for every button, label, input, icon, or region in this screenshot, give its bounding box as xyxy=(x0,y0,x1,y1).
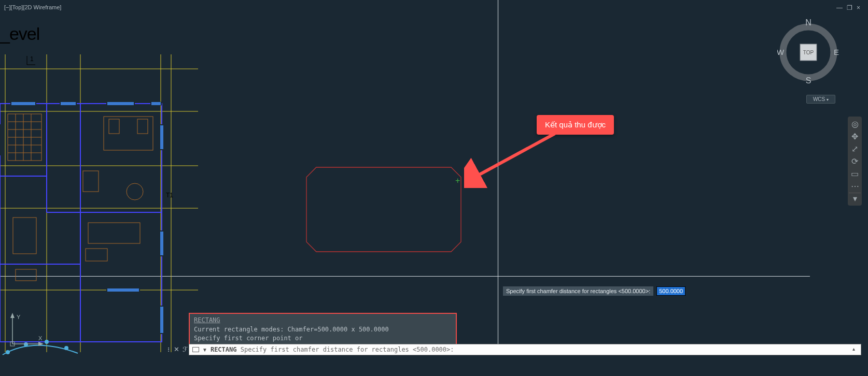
dynamic-input: Specify first chamfer distance for recta… xyxy=(503,286,685,296)
restore-button[interactable]: ❐ xyxy=(847,4,852,11)
svg-rect-44 xyxy=(137,119,148,134)
command-line[interactable]: ▼ RECTANG Specify first chamfer distance… xyxy=(189,344,861,355)
close-button[interactable]: × xyxy=(857,4,860,11)
marker-t1: T1 xyxy=(166,192,173,199)
cmdline-rect-icon xyxy=(192,347,199,352)
svg-point-51 xyxy=(6,351,9,354)
svg-text:S: S xyxy=(806,76,811,85)
svg-text:N: N xyxy=(805,18,811,27)
svg-point-53 xyxy=(45,340,48,343)
view-label[interactable]: [−][Top][2D Wireframe] xyxy=(4,4,61,10)
svg-marker-70 xyxy=(38,342,44,346)
cmdline-text: RECTANG Specify first chamfer distance f… xyxy=(211,346,454,353)
showhide-icon[interactable]: ▭ xyxy=(849,168,861,179)
chamfered-rectangle[interactable] xyxy=(306,167,461,252)
svg-line-59 xyxy=(472,134,555,179)
svg-text:Y: Y xyxy=(17,314,21,320)
cmdline-handle-icon[interactable]: ⫶ xyxy=(167,345,171,353)
svg-rect-47 xyxy=(88,223,140,243)
cmd-history-line2: Current rectangle modes: Chamfer=500.000… xyxy=(194,325,452,334)
svg-text:X: X xyxy=(38,335,43,341)
commandline-toggles: ⫶ ✕ ℱ xyxy=(167,345,188,353)
wcs-dropdown[interactable]: WCS ▾ xyxy=(806,95,835,104)
svg-text:E: E xyxy=(834,48,839,56)
svg-marker-69 xyxy=(10,313,15,318)
fullnav-wheel-icon[interactable]: ◎ xyxy=(849,118,861,129)
cmdline-dropdown-icon[interactable]: ▼ xyxy=(202,347,207,353)
svg-text:W: W xyxy=(777,48,785,56)
dynamic-input-value[interactable]: 500.0000 xyxy=(656,286,685,296)
dynamic-input-prompt: Specify first chamfer distance for recta… xyxy=(503,286,653,296)
pan-icon[interactable]: ✥ xyxy=(849,131,861,142)
cmdline-history-up-icon[interactable]: ▴ xyxy=(852,346,859,352)
svg-rect-48 xyxy=(13,218,36,254)
svg-rect-43 xyxy=(109,119,119,134)
nav-collapse-icon[interactable]: ▾ xyxy=(849,193,861,204)
svg-marker-58 xyxy=(306,167,461,252)
zoom-extents-icon[interactable]: ⤢ xyxy=(849,143,861,154)
cursor-cross-icon: + xyxy=(455,176,460,185)
cmdline-close-icon[interactable]: ✕ xyxy=(174,345,179,353)
cmdline-config-icon[interactable]: ℱ xyxy=(183,345,188,353)
svg-rect-49 xyxy=(16,269,36,281)
svg-text:TOP: TOP xyxy=(803,50,814,55)
annotation-arrow-icon xyxy=(464,131,568,188)
nav-more-icon[interactable]: ⋯ xyxy=(849,180,861,192)
svg-point-46 xyxy=(127,183,143,200)
navigation-bar: ◎ ✥ ⤢ ⟳ ▭ ⋯ ▾ xyxy=(848,117,862,206)
cmd-history-line1: RECTANG xyxy=(194,316,220,324)
orbit-icon[interactable]: ⟳ xyxy=(849,155,861,167)
svg-point-54 xyxy=(65,346,68,350)
window-controls: — ❐ × xyxy=(836,4,860,11)
ucs-icon[interactable]: Y X xyxy=(6,311,45,350)
svg-rect-45 xyxy=(83,171,99,192)
svg-text:1: 1 xyxy=(30,55,34,63)
svg-rect-50 xyxy=(86,249,107,261)
minimize-button[interactable]: — xyxy=(836,4,843,11)
viewcube[interactable]: TOP N S W E xyxy=(777,18,839,85)
